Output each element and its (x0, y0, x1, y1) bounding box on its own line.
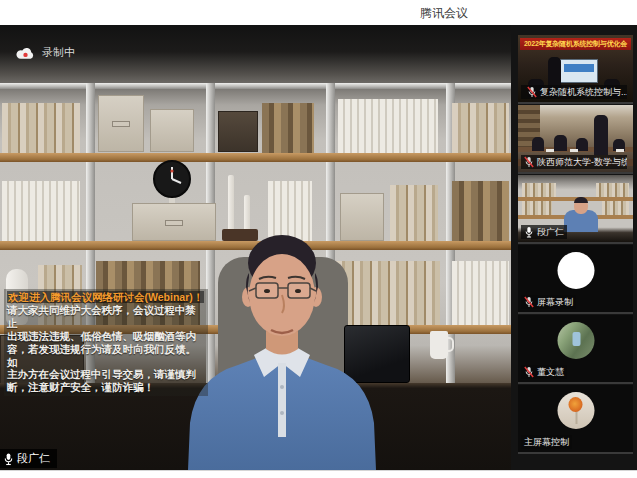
main-video[interactable]: 录制中 欢迎进入腾讯会议网络研讨会(Webinar)！ 请大家共同维护大会秩序，… (0, 25, 511, 470)
participant-tile-speaker[interactable]: 段广仁 (518, 175, 633, 242)
paper (570, 149, 578, 152)
participant-tile-classroom[interactable]: 陕西师范大学-数学与统... (518, 105, 633, 172)
paper (616, 149, 624, 152)
person-silhouette-standing (594, 115, 608, 155)
paper (546, 149, 554, 152)
participant-name: 段广仁 (537, 226, 564, 238)
cloud-recording-icon (16, 46, 35, 60)
person-silhouette (532, 137, 544, 151)
window-bottom-edge (0, 470, 637, 478)
conference-banner: 2022年复杂随机系统控制与优化会 (520, 38, 631, 50)
window-titlebar: 腾讯会议 (0, 0, 637, 25)
avatar-photo (557, 392, 594, 429)
mic-muted-icon (524, 156, 534, 168)
participant-name: 复杂随机系统控制与... (540, 86, 627, 98)
books-decor (522, 183, 556, 197)
notice-line: 主办方在会议过程中引导交易，请谨慎判 (7, 368, 205, 381)
participant-name: 陕西师范大学-数学与统... (537, 156, 627, 168)
webinar-notice: 欢迎进入腾讯会议网络研讨会(Webinar)！ 请大家共同维护大会秩序，会议过程… (4, 289, 208, 396)
person-silhouette (554, 135, 567, 151)
speaker-name: 段广仁 (17, 451, 50, 466)
app-window: 腾讯会议 (0, 0, 637, 478)
participant-name: 董文慧 (537, 366, 564, 378)
participant-label: 段广仁 (521, 225, 567, 239)
notice-line: 出现违法违规、低俗色情、吸烟酗酒等内 (7, 330, 205, 343)
participant-label: 屏幕录制 (521, 295, 576, 309)
books-decor (522, 201, 552, 215)
participant-tile-screen-record[interactable]: 屏幕录制 (518, 245, 633, 312)
participant-tile-conference[interactable]: 2022年复杂随机系统控制与优化会 (518, 35, 633, 102)
recording-indicator: 录制中 (16, 45, 75, 60)
mic-muted-icon (524, 296, 534, 308)
participant-tile-avatar[interactable]: 董文慧 (518, 315, 633, 382)
speaker-name-badge: 段广仁 (0, 449, 57, 468)
participant-label: 复杂随机系统控制与... (521, 85, 627, 99)
notice-line: 请大家共同维护大会秩序，会议过程中禁止 (7, 304, 205, 330)
projection-screen (560, 59, 598, 83)
participant-name: 主屏幕控制 (524, 436, 569, 448)
avatar-placeholder (557, 252, 594, 289)
window-title: 腾讯会议 (420, 5, 468, 22)
participant-label: 主屏幕控制 (521, 435, 572, 449)
books-decor (596, 183, 629, 197)
participants-sidebar: 2022年复杂随机系统控制与优化会 (511, 25, 637, 470)
books-decor (602, 201, 629, 215)
recording-label: 录制中 (42, 45, 75, 60)
notice-title: 欢迎进入腾讯会议网络研讨会(Webinar)！ (7, 291, 204, 303)
notice-line: 容，若发现违规行为请及时向我们反馈。如 (7, 343, 205, 369)
mini-speaker-hair (574, 197, 588, 203)
mic-muted-icon (524, 366, 534, 378)
participant-name: 屏幕录制 (537, 296, 573, 308)
avatar-photo (557, 322, 594, 359)
participant-label: 董文慧 (521, 365, 567, 379)
mic-muted-icon (527, 86, 537, 98)
participant-label: 陕西师范大学-数学与统... (521, 155, 627, 169)
mic-active-icon (3, 452, 14, 466)
participant-tile-main-screen-control[interactable]: 主屏幕控制 (518, 385, 633, 452)
mic-active-icon (524, 226, 534, 238)
speaker-person (0, 25, 511, 470)
notice-line: 断，注意财产安全，谨防诈骗！ (7, 381, 205, 394)
